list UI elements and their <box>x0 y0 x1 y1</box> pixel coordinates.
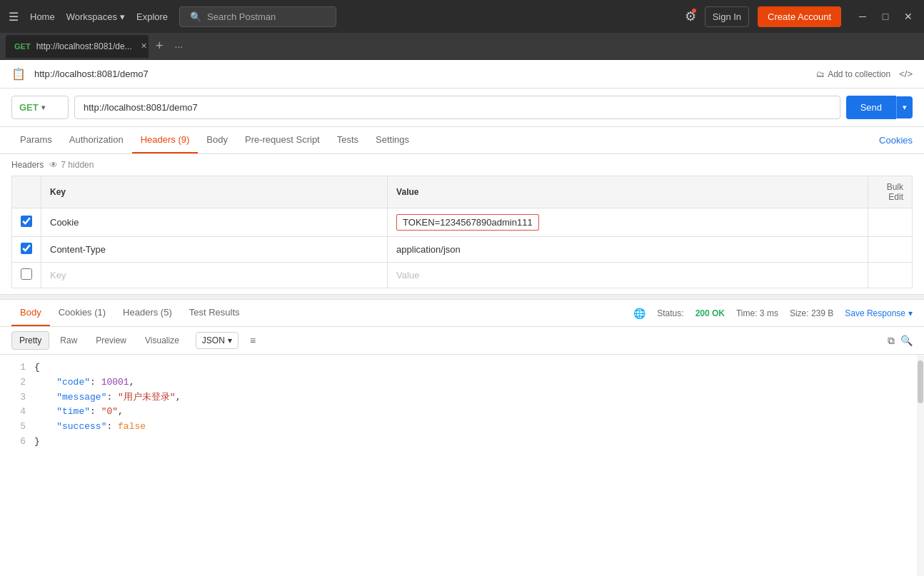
resp-tab-cookies[interactable]: Cookies (1) <box>50 300 114 326</box>
cookies-link[interactable]: Cookies <box>879 135 913 146</box>
tab-url: http://localhost:8081/de... <box>36 41 132 51</box>
workspaces-menu-item[interactable]: Workspaces ▾ <box>66 11 125 22</box>
copy-button[interactable]: ⧉ <box>888 335 895 347</box>
explore-menu-item[interactable]: Explore <box>136 11 168 22</box>
chevron-down-icon: ▾ <box>908 308 913 318</box>
code-line: 6 } <box>11 435 913 450</box>
headers-table: Key Value Bulk Edit Cookie TOKEN=1234567… <box>11 176 913 288</box>
row-action-cell <box>868 208 912 237</box>
wrap-lines-button[interactable]: ≡ <box>247 332 258 349</box>
tab-headers[interactable]: Headers (9) <box>132 127 199 153</box>
send-button-group: Send ▾ <box>846 96 913 119</box>
notification-dot <box>692 9 696 13</box>
col-checkbox <box>12 176 41 208</box>
req-tab-right: Cookies <box>879 135 913 146</box>
resp-tab-test-results[interactable]: Test Results <box>181 300 248 326</box>
more-tabs-button[interactable]: ··· <box>171 41 188 52</box>
hidden-count: 7 hidden <box>61 160 94 170</box>
send-button[interactable]: Send <box>846 96 896 119</box>
code-line: 1 { <box>11 360 913 375</box>
code-line: 2 "code": 10001, <box>11 375 913 390</box>
url-bar: GET ▾ Send ▾ <box>0 89 924 127</box>
pretty-tab[interactable]: Pretty <box>11 331 49 350</box>
tab-pre-request-script[interactable]: Pre-request Script <box>236 127 328 153</box>
code-button[interactable]: </> <box>899 69 913 79</box>
format-select[interactable]: JSON ▾ <box>196 332 238 349</box>
resp-toolbar-right: ⧉ 🔍 <box>888 335 913 347</box>
response-body-wrapper: 1 { 2 "code": 10001, 3 "message": "用户未登录… <box>0 355 924 576</box>
close-button[interactable]: ✕ <box>901 11 915 22</box>
tab-method: GET <box>14 42 31 51</box>
response-toolbar: Pretty Raw Preview Visualize JSON ▾ ≡ ⧉ … <box>0 327 924 355</box>
method-chevron-icon: ▾ <box>41 103 45 111</box>
home-menu-item[interactable]: Home <box>30 11 55 22</box>
request-header-right: 🗂 Add to collection </> <box>816 69 913 79</box>
row-checkbox[interactable] <box>21 243 32 254</box>
search-response-button[interactable]: 🔍 <box>900 335 913 346</box>
method-label: GET <box>19 102 39 113</box>
search-icon: 🔍 <box>190 11 201 22</box>
format-chevron-icon: ▾ <box>228 335 232 345</box>
code-line: 3 "message": "用户未登录", <box>11 390 913 405</box>
visualize-tab[interactable]: Visualize <box>137 331 187 350</box>
scroll-thumb <box>918 360 923 403</box>
table-row: Key Value <box>12 263 913 288</box>
request-header: 📋 http://localhost:8081/demo7 🗂 Add to c… <box>0 60 924 89</box>
add-tab-button[interactable]: + <box>151 39 168 54</box>
col-value: Value <box>388 176 868 208</box>
sign-in-button[interactable]: Sign In <box>705 6 749 27</box>
col-bulk-edit[interactable]: Bulk Edit <box>868 176 912 208</box>
scroll-track[interactable] <box>917 355 924 576</box>
tab-close-icon[interactable]: ✕ <box>141 41 147 51</box>
request-tab[interactable]: GET http://localhost:8081/de... ✕ <box>6 35 149 58</box>
calendar-icon: 📋 <box>11 67 26 81</box>
hidden-badge: 👁 7 hidden <box>49 160 94 170</box>
tab-body[interactable]: Body <box>198 127 236 153</box>
code-line: 4 "time": "0", <box>11 405 913 420</box>
collection-icon: 🗂 <box>816 69 825 79</box>
row-checkbox-cell <box>12 208 41 237</box>
tab-tests[interactable]: Tests <box>328 127 367 153</box>
row-checkbox[interactable] <box>21 268 32 280</box>
response-section: Body Cookies (1) Headers (5) Test Result… <box>0 300 924 576</box>
row-value-cell[interactable]: application/json <box>388 237 868 263</box>
request-url-label: http://localhost:8081/demo7 <box>34 69 149 79</box>
tab-settings[interactable]: Settings <box>367 127 418 153</box>
response-code-view[interactable]: 1 { 2 "code": 10001, 3 "message": "用户未登录… <box>0 355 924 455</box>
tab-params[interactable]: Params <box>11 127 61 153</box>
code-line: 5 "success": false <box>11 420 913 435</box>
save-response-button[interactable]: Save Response ▾ <box>845 308 913 318</box>
url-input[interactable] <box>74 96 840 119</box>
section-divider <box>0 294 924 300</box>
resp-tab-headers[interactable]: Headers (5) <box>114 300 181 326</box>
preview-tab[interactable]: Preview <box>88 331 134 350</box>
table-row: Cookie TOKEN=1234567890admin111 <box>12 208 913 237</box>
cookie-value-highlighted: TOKEN=1234567890admin111 <box>396 214 539 231</box>
search-bar[interactable]: 🔍 Search Postman <box>179 6 336 27</box>
resp-tab-body[interactable]: Body <box>11 300 50 326</box>
titlebar: ☰ Home Workspaces ▾ Explore 🔍 Search Pos… <box>0 0 924 33</box>
row-value-cell[interactable]: TOKEN=1234567890admin111 <box>388 208 868 237</box>
titlebar-menu: Home Workspaces ▾ Explore 🔍 Search Postm… <box>30 6 673 27</box>
tab-authorization[interactable]: Authorization <box>61 127 132 153</box>
headers-section: Headers 👁 7 hidden Key Value Bulk Edit <box>0 154 924 294</box>
add-to-collection-button[interactable]: 🗂 Add to collection <box>816 69 890 79</box>
menu-icon[interactable]: ☰ <box>9 10 19 24</box>
raw-tab[interactable]: Raw <box>52 331 85 350</box>
main-content: 📋 http://localhost:8081/demo7 🗂 Add to c… <box>0 60 924 576</box>
send-dropdown-button[interactable]: ▾ <box>896 96 913 118</box>
row-key-cell[interactable]: Cookie <box>41 208 388 237</box>
row-checkbox[interactable] <box>21 216 32 227</box>
row-value-cell[interactable]: Value <box>388 263 868 288</box>
maximize-button[interactable]: □ <box>878 11 893 22</box>
create-account-button[interactable]: Create Account <box>758 6 841 27</box>
status-code: 200 OK <box>695 308 725 318</box>
minimize-button[interactable]: ─ <box>855 11 870 22</box>
col-key: Key <box>41 176 388 208</box>
globe-icon: 🌐 <box>633 308 646 319</box>
method-select[interactable]: GET ▾ <box>11 96 69 119</box>
settings-icon[interactable]: ⚙ <box>685 9 696 24</box>
row-action-cell <box>868 237 912 263</box>
row-key-cell[interactable]: Key <box>41 263 388 288</box>
row-key-cell[interactable]: Content-Type <box>41 237 388 263</box>
